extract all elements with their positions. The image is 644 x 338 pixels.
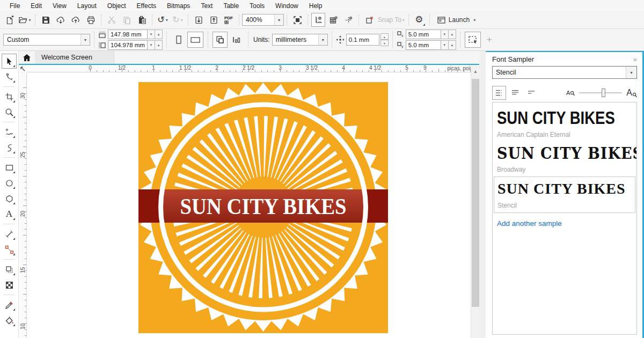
font-sample-item[interactable]: SUN CITY BIKES American Captain Eternal [497,110,632,138]
copy-button[interactable] [120,13,134,27]
artistic-media-tool[interactable] [2,140,17,155]
menu-help[interactable]: Help [304,1,328,11]
nudge-spin-down[interactable]: ▾ [380,40,389,46]
snap-to-button[interactable]: Snap To ▾ [377,13,405,27]
duplicate-x-field[interactable]: 5.0 mm [406,30,441,39]
show-rulers-button[interactable] [311,13,325,27]
slider-thumb[interactable] [602,89,605,97]
duplicate-x-spin-down[interactable]: ▾ [441,30,449,39]
ruler-origin[interactable] [19,65,27,72]
landscape-button[interactable] [187,32,203,48]
increase-sample-size-button[interactable]: A [626,88,637,98]
paragraph-view-button[interactable] [508,86,522,100]
save-button[interactable] [39,13,53,27]
import-button[interactable] [192,13,206,27]
page-size-preset-combo[interactable]: Custom ▾ [3,34,90,46]
menu-window[interactable]: Window [270,1,304,11]
launch-button[interactable]: Launch ▾ [433,13,479,27]
decrease-sample-size-button[interactable]: A [566,90,575,96]
new-document-button[interactable] [3,13,17,27]
customize-plus-icon[interactable]: + [487,34,492,45]
menu-table[interactable]: Table [218,1,244,11]
add-another-sample-link[interactable]: Add another sample [497,219,632,227]
parallel-dimension-tool[interactable] [2,226,17,241]
publish-to-pdf-button[interactable]: PDF [222,13,236,27]
snap-off-button[interactable] [362,13,376,27]
page-width-spin-up[interactable]: ▴ [155,30,163,39]
scroll-up-arrow[interactable]: ▲ [471,67,480,76]
portrait-button[interactable] [171,32,186,48]
options-button[interactable]: ⚙ [412,13,426,27]
full-screen-preview-button[interactable] [290,13,304,27]
treat-as-filled-button[interactable] [465,32,481,48]
units-dropdown-arrow[interactable]: ▾ [318,34,327,45]
paste-button[interactable] [135,13,149,27]
page-height-spin-up[interactable]: ▴ [155,40,163,50]
font-sample-item-selected[interactable]: SUN CITY BIKES Stencil [494,177,635,213]
drop-shadow-tool[interactable] [2,262,17,277]
tab-welcome-screen[interactable]: Welcome Screen [35,51,114,64]
page-width-field[interactable]: 147.98 mm [108,30,148,39]
redo-button[interactable]: ↻▾ [171,13,185,27]
polygon-tool[interactable] [2,191,17,206]
duplicate-x-spin-up[interactable]: ▴ [449,30,456,39]
nudge-spin-up[interactable]: ▴ [380,33,389,40]
menu-file[interactable]: File [4,1,25,11]
cut-button[interactable] [105,13,119,27]
connector-tool[interactable] [2,242,17,257]
menu-bitmaps[interactable]: Bitmaps [162,1,195,11]
page-height-spin-down[interactable]: ▾ [148,40,155,50]
crop-tool[interactable] [2,89,17,104]
rectangle-tool[interactable] [2,160,17,175]
transparency-tool[interactable] [2,277,17,292]
duplicate-y-spin-up[interactable]: ▴ [449,40,456,50]
export-button[interactable] [207,13,221,27]
drawing-canvas[interactable]: SUN CITY BIKES [27,72,471,338]
font-list-combo[interactable]: Stencil ▾ [492,66,637,79]
page-size-preset-dropdown-arrow[interactable]: ▾ [80,34,90,45]
single-line-view-button[interactable] [524,86,538,100]
menu-tools[interactable]: Tools [244,1,270,11]
page-width-spin-down[interactable]: ▾ [148,30,155,39]
list-view-button[interactable] [492,86,506,100]
font-sample-item[interactable]: SUN CITY BIKES Broadway [497,145,632,173]
collapse-docker-icon[interactable]: » [633,55,637,63]
menu-layout[interactable]: Layout [72,1,102,11]
menu-text[interactable]: Text [195,1,218,11]
page-height-field[interactable]: 104.978 mm [108,40,148,50]
home-tab-button[interactable] [19,51,35,64]
show-guidelines-button[interactable] [341,13,355,27]
undo-button[interactable]: ↺▾ [156,13,170,27]
ellipse-tool[interactable] [2,175,17,190]
menu-view[interactable]: View [47,1,72,11]
color-eyedropper-tool[interactable] [2,297,17,312]
menu-edit[interactable]: Edit [25,1,47,11]
sample-size-slider[interactable] [579,87,622,98]
current-page-button[interactable] [229,32,244,48]
cloud-upload-button[interactable] [69,13,83,27]
zoom-tool[interactable] [2,105,17,120]
pick-tool[interactable] [2,54,17,69]
show-grid-button[interactable] [326,13,340,27]
menu-object[interactable]: Object [102,1,131,11]
all-pages-button[interactable] [213,32,228,48]
duplicate-y-field[interactable]: 5.0 mm [406,40,441,50]
print-button[interactable] [84,13,98,27]
interactive-fill-tool[interactable] [2,313,17,328]
zoom-level-dropdown-arrow[interactable]: ▾ [274,14,283,25]
text-tool[interactable]: A [2,207,17,222]
vertical-scrollbar[interactable]: ▲ [471,65,479,338]
horizontal-ruler[interactable]: 0 1/2 1 1 1/2 2 2 1/2 3 3 1/2 4 4 1/2 5 … [27,65,479,72]
badge-artwork[interactable]: SUN CITY BIKES [138,82,388,333]
shape-tool[interactable] [2,69,17,84]
sun-city-bikes-badge[interactable]: SUN CITY BIKES [138,82,388,333]
zoom-level-combo[interactable]: 400% ▾ [242,14,284,26]
vertical-ruler[interactable]: 30 25 20 15 10 [19,72,27,338]
cloud-download-button[interactable] [54,13,68,27]
menu-effects[interactable]: Effects [131,1,162,11]
open-button[interactable]: ▾ [18,13,32,27]
units-combo[interactable]: millimeters ▾ [272,34,328,46]
docker-splitter[interactable] [479,51,486,338]
freehand-tool[interactable] [2,124,17,139]
launch-dropdown-arrow[interactable]: ▾ [473,18,475,23]
